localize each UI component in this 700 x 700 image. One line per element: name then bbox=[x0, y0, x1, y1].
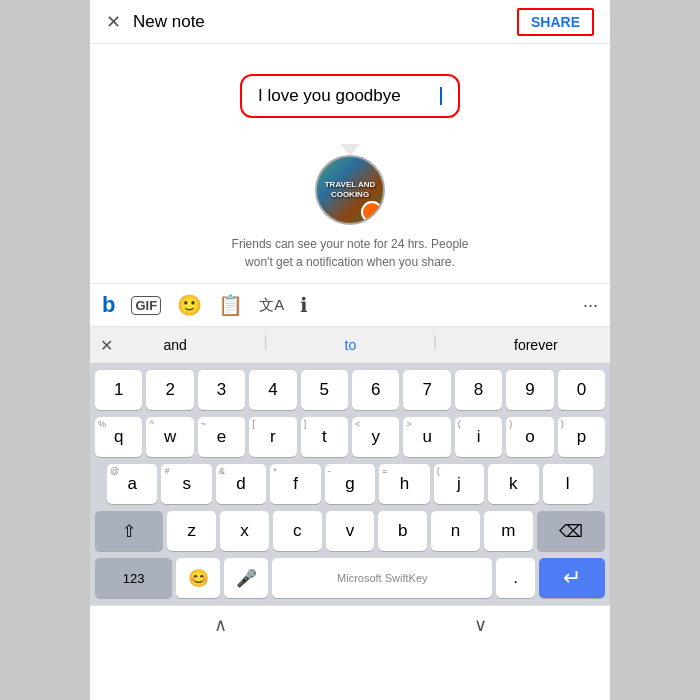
asdf-row: @a #s &d *f -g =h (j k l bbox=[93, 462, 607, 506]
key-7[interactable]: 7 bbox=[403, 370, 450, 410]
header-left: ✕ New note bbox=[106, 11, 205, 33]
info-icon[interactable]: ℹ bbox=[300, 293, 308, 317]
bing-icon[interactable]: b bbox=[102, 292, 115, 318]
note-input-box[interactable]: I love you goodbye bbox=[240, 74, 460, 118]
qwerty-row: %q ^w ~e [r ]t <y >u (i )o )p bbox=[93, 415, 607, 459]
numbers-key[interactable]: 123 bbox=[95, 558, 172, 598]
key-5[interactable]: 5 bbox=[301, 370, 348, 410]
text-cursor bbox=[440, 87, 442, 105]
key-y[interactable]: <y bbox=[352, 417, 399, 457]
key-2[interactable]: 2 bbox=[146, 370, 193, 410]
note-area: I love you goodbye bbox=[90, 44, 610, 134]
key-e[interactable]: ~e bbox=[198, 417, 245, 457]
key-o[interactable]: )o bbox=[506, 417, 553, 457]
key-0[interactable]: 0 bbox=[558, 370, 605, 410]
bottom-row: 123 😊 🎤 Microsoft SwiftKey . ↵ bbox=[93, 556, 607, 600]
pred-word-to[interactable]: to bbox=[337, 333, 365, 357]
profile-section: TRAVEL AND COOKING Friends can see your … bbox=[90, 134, 610, 283]
note-input-text: I love you goodbye bbox=[258, 86, 439, 106]
key-t[interactable]: ]t bbox=[301, 417, 348, 457]
delete-key[interactable]: ⌫ bbox=[537, 511, 605, 551]
key-j[interactable]: (j bbox=[434, 464, 484, 504]
key-q[interactable]: %q bbox=[95, 417, 142, 457]
key-v[interactable]: v bbox=[326, 511, 375, 551]
zxcv-row: ⇧ z x c v b n m ⌫ bbox=[93, 509, 607, 553]
keyboard: 1 2 3 4 5 6 7 8 9 0 %q ^w ~e [r ]t <y >u… bbox=[90, 364, 610, 605]
key-b[interactable]: b bbox=[378, 511, 427, 551]
avatar: TRAVEL AND COOKING bbox=[315, 155, 385, 225]
key-n[interactable]: n bbox=[431, 511, 480, 551]
pred-divider-2: | bbox=[433, 333, 437, 357]
avatar-badge bbox=[361, 201, 383, 223]
emoji-key[interactable]: 😊 bbox=[176, 558, 220, 598]
key-6[interactable]: 6 bbox=[352, 370, 399, 410]
key-8[interactable]: 8 bbox=[455, 370, 502, 410]
key-x[interactable]: x bbox=[220, 511, 269, 551]
space-key[interactable]: Microsoft SwiftKey bbox=[272, 558, 492, 598]
key-h[interactable]: =h bbox=[379, 464, 429, 504]
key-1[interactable]: 1 bbox=[95, 370, 142, 410]
prediction-words: and | to | forever bbox=[121, 333, 600, 357]
chevron-up-icon[interactable]: ∧ bbox=[214, 614, 227, 636]
key-w[interactable]: ^w bbox=[146, 417, 193, 457]
header-bar: ✕ New note SHARE bbox=[90, 0, 610, 44]
pred-divider-1: | bbox=[264, 333, 268, 357]
key-s[interactable]: #s bbox=[161, 464, 211, 504]
close-icon[interactable]: ✕ bbox=[106, 11, 121, 33]
key-z[interactable]: z bbox=[167, 511, 216, 551]
key-m[interactable]: m bbox=[484, 511, 533, 551]
clipboard-icon[interactable]: 📋 bbox=[218, 293, 243, 317]
prediction-close-icon[interactable]: ✕ bbox=[100, 336, 113, 355]
sticker-icon[interactable]: 🙂 bbox=[177, 293, 202, 317]
header-title: New note bbox=[133, 12, 205, 32]
key-u[interactable]: >u bbox=[403, 417, 450, 457]
mic-key[interactable]: 🎤 bbox=[224, 558, 268, 598]
key-g[interactable]: -g bbox=[325, 464, 375, 504]
key-r[interactable]: [r bbox=[249, 417, 296, 457]
share-button[interactable]: SHARE bbox=[517, 8, 594, 36]
pred-word-forever[interactable]: forever bbox=[506, 333, 566, 357]
more-icon[interactable]: ··· bbox=[583, 295, 598, 316]
enter-key[interactable]: ↵ bbox=[539, 558, 605, 598]
key-k[interactable]: k bbox=[488, 464, 538, 504]
toolbar: b GIF 🙂 📋 文A ℹ ··· bbox=[90, 283, 610, 327]
translate-icon[interactable]: 文A bbox=[259, 296, 284, 315]
key-p[interactable]: )p bbox=[558, 417, 605, 457]
number-row: 1 2 3 4 5 6 7 8 9 0 bbox=[93, 368, 607, 412]
avatar-inner: TRAVEL AND COOKING bbox=[317, 176, 383, 203]
pred-word-and[interactable]: and bbox=[155, 333, 194, 357]
key-i[interactable]: (i bbox=[455, 417, 502, 457]
key-a[interactable]: @a bbox=[107, 464, 157, 504]
prediction-bar: ✕ and | to | forever bbox=[90, 327, 610, 364]
key-c[interactable]: c bbox=[273, 511, 322, 551]
gif-icon[interactable]: GIF bbox=[131, 296, 161, 315]
shift-key[interactable]: ⇧ bbox=[95, 511, 163, 551]
dot-key[interactable]: . bbox=[496, 558, 535, 598]
key-4[interactable]: 4 bbox=[249, 370, 296, 410]
key-l[interactable]: l bbox=[543, 464, 593, 504]
info-text: Friends can see your note for 24 hrs. Pe… bbox=[230, 235, 470, 271]
key-d[interactable]: &d bbox=[216, 464, 266, 504]
key-f[interactable]: *f bbox=[270, 464, 320, 504]
key-3[interactable]: 3 bbox=[198, 370, 245, 410]
chevron-down-icon[interactable]: ∨ bbox=[474, 614, 487, 636]
key-9[interactable]: 9 bbox=[506, 370, 553, 410]
bottom-handle: ∧ ∨ bbox=[90, 605, 610, 640]
